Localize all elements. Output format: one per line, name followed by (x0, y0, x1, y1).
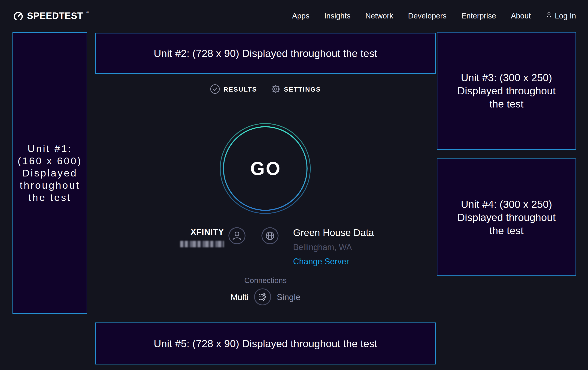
connections-label: Connections (95, 276, 436, 285)
connections-single-option[interactable]: Single (277, 292, 300, 302)
nav-item-apps[interactable]: Apps (292, 11, 309, 20)
server-info: Green House Data Bellingham, WA Change S… (261, 227, 374, 266)
globe-circle-icon (261, 227, 279, 245)
server-name: Green House Data (293, 227, 374, 239)
person-icon (546, 11, 552, 20)
nav-item-about[interactable]: About (511, 11, 531, 20)
main-nav: Apps Insights Network Developers Enterpr… (292, 11, 576, 20)
ad-unit-5-leaderboard: Unit #5: (728 x 90) Displayed throughout… (95, 322, 436, 364)
server-location: Bellingham, WA (293, 242, 374, 252)
ip-address-redacted (180, 241, 224, 247)
isp-name: XFINITY (180, 227, 224, 237)
check-circle-icon (210, 84, 220, 95)
ad-unit-1-skyscraper: Unit #1: (160 x 600) Displayed throughou… (12, 32, 87, 314)
go-button-label: GO (249, 158, 281, 179)
page: SPEEDTEST ® Apps Insights Network Develo… (0, 0, 588, 370)
ad-unit-4-rectangle: Unit #4: (300 x 250) Displayed throughou… (437, 159, 576, 276)
ad-unit-2-leaderboard: Unit #2: (728 x 90) Displayed throughout… (95, 33, 436, 74)
connections-section: Connections Multi Single (95, 276, 436, 307)
nav-item-insights[interactable]: Insights (324, 11, 351, 20)
speedtest-logo[interactable]: SPEEDTEST ® (13, 10, 89, 22)
logo-trademark: ® (86, 11, 89, 14)
nav-item-network[interactable]: Network (365, 11, 393, 20)
gauge-icon (13, 10, 24, 22)
ad-unit-1-text: Unit #1: (160 x 600) Displayed throughou… (18, 142, 82, 204)
multi-stream-arrows-icon[interactable] (253, 288, 272, 307)
login-label: Log In (555, 11, 576, 20)
connections-multi-option[interactable]: Multi (231, 292, 249, 302)
login-link[interactable]: Log In (546, 11, 576, 20)
person-circle-icon (228, 227, 246, 245)
go-button[interactable]: GO (220, 123, 311, 214)
nav-item-enterprise[interactable]: Enterprise (462, 11, 496, 20)
ad-unit-5-text: Unit #5: (728 x 90) Displayed throughout… (154, 337, 377, 350)
change-server-link[interactable]: Change Server (293, 257, 349, 266)
isp-info: XFINITY (180, 227, 246, 247)
top-nav-bar: SPEEDTEST ® Apps Insights Network Develo… (0, 0, 588, 32)
logo-wordmark: SPEEDTEST (27, 10, 83, 21)
nav-item-developers[interactable]: Developers (408, 11, 447, 20)
ad-unit-4-text: Unit #4: (300 x 250) Displayed throughou… (457, 198, 556, 237)
ad-unit-3-text: Unit #3: (300 x 250) Displayed throughou… (457, 71, 556, 110)
tab-settings[interactable]: SETTINGS (271, 84, 321, 95)
ad-unit-3-rectangle: Unit #3: (300 x 250) Displayed throughou… (437, 32, 576, 150)
tab-results-label: RESULTS (223, 86, 257, 93)
tab-settings-label: SETTINGS (284, 86, 321, 93)
tab-results[interactable]: RESULTS (210, 84, 257, 95)
ad-unit-2-text: Unit #2: (728 x 90) Displayed throughout… (154, 47, 377, 60)
gear-icon (271, 84, 281, 95)
results-settings-tabs: RESULTS (95, 84, 436, 95)
